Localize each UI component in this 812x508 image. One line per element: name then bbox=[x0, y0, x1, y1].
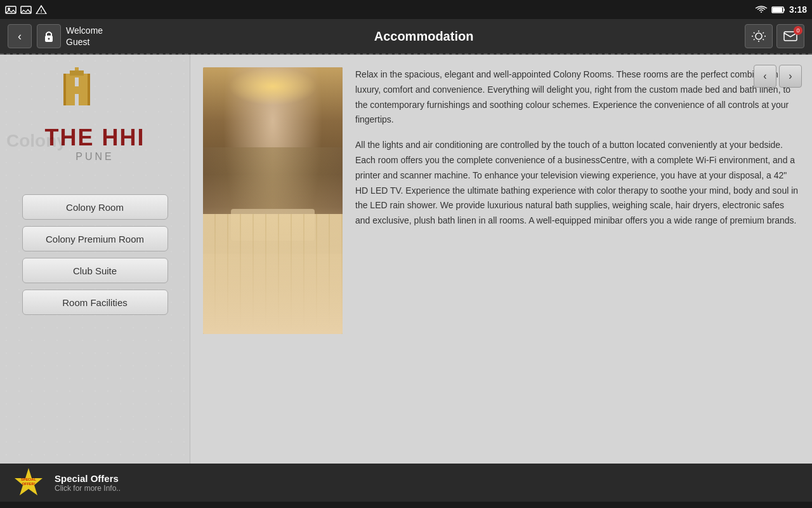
svg-line-18 bbox=[763, 32, 764, 34]
svg-line-16 bbox=[763, 39, 764, 41]
svg-rect-7 bbox=[773, 8, 782, 12]
welcome-text: Welcome Guest bbox=[66, 25, 103, 48]
svg-point-9 bbox=[48, 38, 50, 40]
nav-buttons: Colony Room Colony Premium Room Club Sui… bbox=[22, 194, 168, 315]
time-display: 3:18 bbox=[789, 4, 807, 15]
prev-button[interactable]: ‹ bbox=[754, 65, 776, 88]
toolbar: ‹ Welcome Guest Accommodation bbox=[0, 19, 812, 55]
prev-icon: ‹ bbox=[763, 70, 766, 82]
special-offer-subtitle: Click for more Info.. bbox=[55, 484, 121, 493]
status-bar-right: 3:18 bbox=[755, 4, 807, 15]
special-offers-bar[interactable]: SPECIAL OFFER! Special Offers Click for … bbox=[0, 464, 812, 502]
svg-point-10 bbox=[756, 33, 762, 39]
special-offer-badge: SPECIAL OFFER! bbox=[13, 467, 44, 498]
room-description: Relax in the spacious, elegant and well-… bbox=[355, 67, 799, 451]
weather-icon bbox=[751, 30, 766, 43]
nav-club-suite[interactable]: Club Suite bbox=[22, 258, 168, 283]
hotel-logo bbox=[57, 67, 133, 124]
special-offer-badge-container: SPECIAL OFFER! bbox=[13, 467, 44, 498]
svg-text:OFFER!: OFFER! bbox=[22, 482, 36, 486]
toolbar-right: 0 bbox=[737, 24, 812, 48]
status-bar-left: ! bbox=[5, 5, 47, 14]
welcome-subtitle: Guest bbox=[66, 36, 103, 48]
wifi-icon bbox=[755, 5, 768, 14]
lock-button[interactable] bbox=[37, 24, 61, 48]
nav-room-facilities[interactable]: Room Facilities bbox=[22, 290, 168, 315]
nav-arrows: ‹ › bbox=[754, 65, 802, 88]
back-icon: ‹ bbox=[18, 30, 22, 43]
next-button[interactable]: › bbox=[779, 65, 802, 88]
image-icon bbox=[20, 5, 32, 14]
special-offer-text: Special Offers Click for more Info.. bbox=[55, 473, 121, 493]
next-icon: › bbox=[789, 70, 792, 82]
main-content: Colony THE HHI PUNE Colony Room Colony P… bbox=[0, 55, 812, 464]
welcome-title: Welcome bbox=[66, 25, 103, 36]
toolbar-title: Accommodation bbox=[110, 29, 737, 44]
svg-line-17 bbox=[754, 39, 755, 41]
svg-rect-25 bbox=[63, 74, 66, 105]
toolbar-left: ‹ Welcome Guest bbox=[0, 24, 110, 48]
message-badge: 0 bbox=[794, 26, 802, 35]
content-area: ‹ › bbox=[190, 55, 812, 464]
svg-text:SPECIAL: SPECIAL bbox=[21, 478, 36, 481]
room-image-inner bbox=[203, 67, 343, 334]
lock-icon bbox=[44, 30, 54, 43]
sidebar: Colony THE HHI PUNE Colony Room Colony P… bbox=[0, 55, 190, 464]
svg-rect-26 bbox=[88, 74, 90, 105]
special-offer-title: Special Offers bbox=[55, 473, 121, 484]
photo-icon bbox=[5, 5, 16, 14]
weather-button[interactable] bbox=[745, 24, 773, 48]
svg-line-15 bbox=[754, 32, 755, 34]
message-button[interactable]: 0 bbox=[776, 24, 804, 48]
status-bar: ! 3:18 bbox=[0, 0, 812, 19]
svg-rect-6 bbox=[783, 9, 785, 11]
nav-colony-premium-room[interactable]: Colony Premium Room bbox=[22, 226, 168, 251]
nav-colony-room[interactable]: Colony Room bbox=[22, 194, 168, 220]
svg-text:!: ! bbox=[41, 8, 43, 14]
room-image bbox=[203, 67, 343, 334]
hotel-city: PUNE bbox=[75, 151, 114, 163]
ceiling-light bbox=[228, 67, 317, 105]
room-content: Relax in the spacious, elegant and well-… bbox=[190, 55, 812, 464]
bottom-nav bbox=[0, 502, 812, 508]
svg-rect-24 bbox=[70, 70, 84, 76]
back-button[interactable]: ‹ bbox=[8, 24, 32, 48]
room-desc-para2: All the lights and air conditioning are … bbox=[355, 138, 799, 229]
alert-icon: ! bbox=[36, 5, 47, 14]
battery-icon bbox=[771, 5, 785, 14]
room-desc-para1: Relax in the spacious, elegant and well-… bbox=[355, 67, 799, 128]
watermark: Colony bbox=[6, 131, 67, 151]
room-image-overlay bbox=[203, 207, 343, 334]
